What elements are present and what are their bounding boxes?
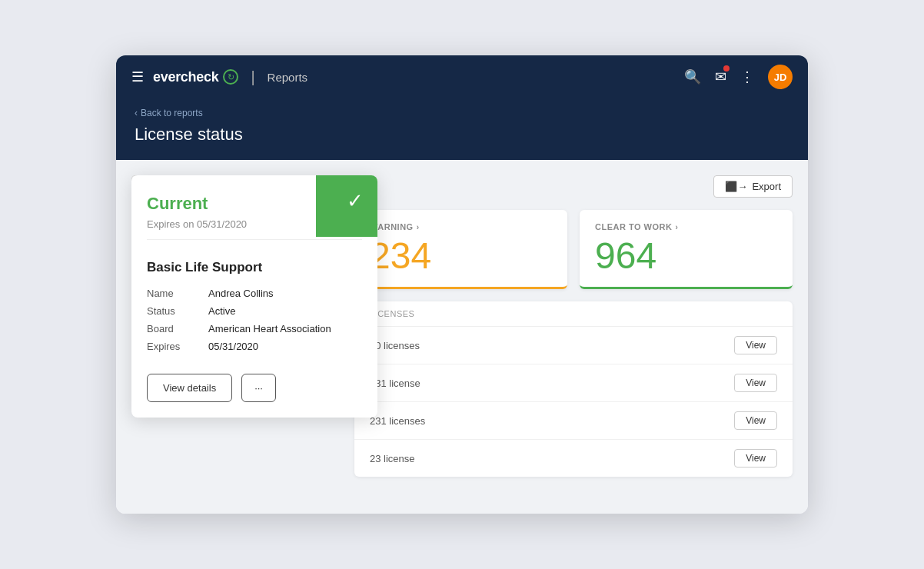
licenses-table: LICENSES 10 licenses View 231 license Vi…: [354, 301, 793, 477]
brand: evercheck: [153, 69, 238, 85]
status-label: Status: [147, 305, 201, 317]
license-row: 231 license View: [354, 364, 793, 402]
mail-badge: [723, 65, 730, 72]
view-button-2[interactable]: View: [734, 374, 777, 392]
export-label: Export: [752, 181, 781, 192]
back-link[interactable]: ‹ Back to reports: [135, 108, 789, 118]
card-top: Current Expires on 05/31/2020 ✓: [131, 175, 377, 249]
back-link-text: Back to reports: [141, 108, 203, 118]
clear-to-work-card[interactable]: CLEAR TO WORK › 964: [580, 210, 793, 289]
avatar[interactable]: JD: [768, 65, 793, 89]
clear-count: 964: [595, 238, 777, 275]
warning-arrow-icon: ›: [417, 223, 420, 231]
search-icon[interactable]: 🔍: [684, 68, 701, 85]
nav-divider: |: [251, 68, 254, 86]
navbar-right: 🔍 ✉ ⋮ JD: [684, 65, 793, 89]
licenses-header: LICENSES: [354, 301, 793, 327]
license-row: 23 license View: [354, 440, 793, 477]
view-button-3[interactable]: View: [734, 411, 777, 430]
mail-icon[interactable]: ✉: [715, 68, 726, 85]
view-details-button[interactable]: View details: [147, 374, 232, 402]
license-row-text: 23 license: [370, 453, 415, 464]
clear-label: CLEAR TO WORK: [595, 222, 672, 231]
brand-logo-icon: [223, 69, 238, 85]
page-title: License status: [135, 125, 789, 145]
board-value: American Heart Association: [208, 323, 362, 334]
warning-card[interactable]: WARNING › 234: [354, 210, 567, 289]
clear-arrow-icon: ›: [675, 223, 678, 231]
menu-icon[interactable]: ☰: [131, 68, 144, 85]
section-label: Reports: [268, 71, 308, 84]
clear-card-header: CLEAR TO WORK ›: [595, 222, 777, 231]
more-options-button[interactable]: ···: [241, 374, 276, 402]
expires-value: 05/31/2020: [208, 341, 362, 352]
name-label: Name: [147, 288, 201, 299]
status-value: Active: [208, 305, 362, 317]
more-icon[interactable]: ⋮: [740, 68, 754, 85]
view-button-1[interactable]: View: [734, 336, 777, 354]
warning-card-header: WARNING ›: [370, 222, 552, 231]
details-grid: Name Andrea Collins Status Active Board …: [131, 281, 377, 364]
name-value: Andrea Collins: [208, 288, 362, 299]
green-corner: ✓: [316, 175, 377, 237]
brand-name: evercheck: [153, 69, 218, 85]
license-row-text: 231 licenses: [370, 415, 425, 427]
content-area: All states ▾ ⬛→ Export WARNING › 234 CLE…: [116, 160, 808, 514]
floating-card: Current Expires on 05/31/2020 ✓ Basic Li…: [131, 175, 377, 418]
page-header: ‹ Back to reports License status: [116, 98, 808, 160]
license-row: 231 licenses View: [354, 402, 793, 440]
expires-label: Expires: [147, 341, 201, 352]
navbar-left: ☰ evercheck | Reports: [131, 68, 307, 86]
check-icon: ✓: [347, 189, 364, 213]
view-button-4[interactable]: View: [734, 449, 777, 468]
license-name: Basic Life Support: [131, 249, 377, 281]
card-actions: View details ···: [131, 364, 377, 418]
export-icon: ⬛→: [725, 181, 747, 192]
navbar: ☰ evercheck | Reports 🔍 ✉ ⋮ JD: [116, 55, 808, 98]
stats-row: WARNING › 234 CLEAR TO WORK › 964: [354, 210, 793, 289]
board-label: Board: [147, 323, 201, 334]
back-arrow-icon: ‹: [135, 108, 138, 118]
license-row: 10 licenses View: [354, 327, 793, 364]
export-button[interactable]: ⬛→ Export: [713, 175, 793, 198]
warning-count: 234: [370, 238, 552, 275]
